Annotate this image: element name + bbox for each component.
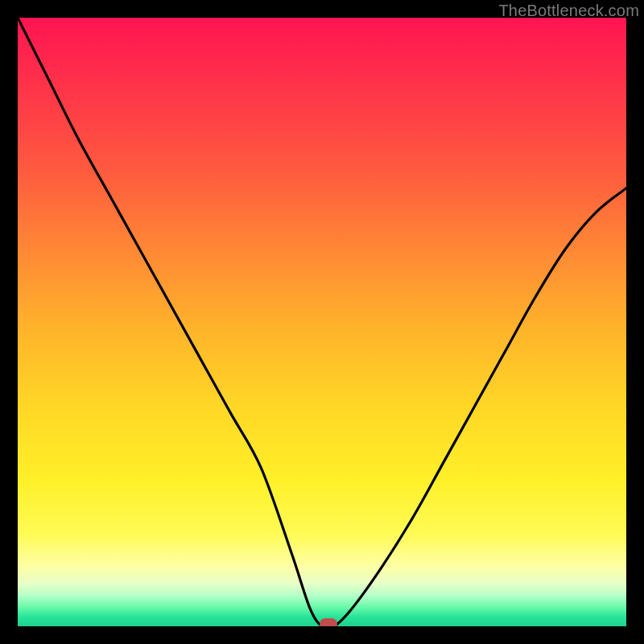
optimal-point-marker <box>320 618 337 626</box>
bottleneck-curve <box>18 18 626 626</box>
chart-stage: TheBottleneck.com <box>0 0 644 644</box>
plot-area <box>18 18 626 626</box>
